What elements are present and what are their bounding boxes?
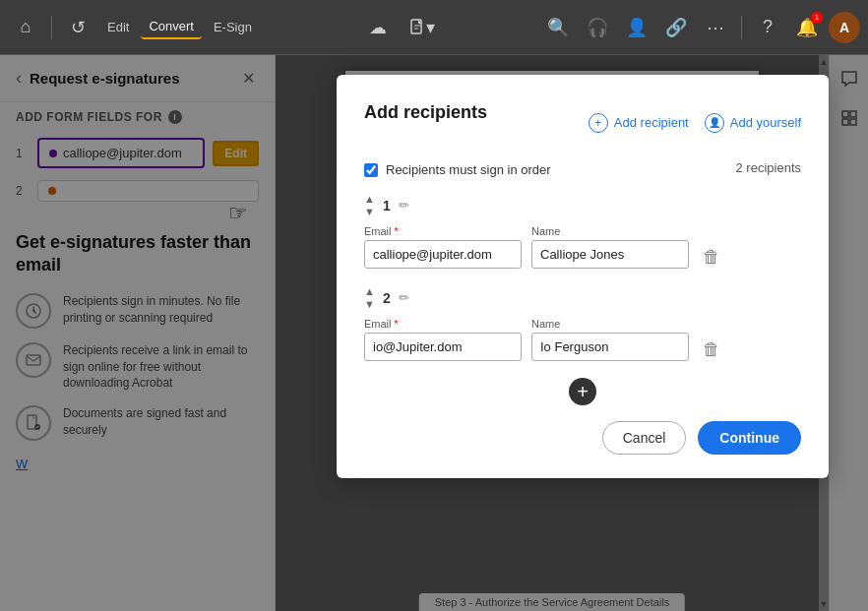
divider-2: [741, 16, 742, 39]
toolbar: ⌂ ↺ Edit Convert E-Sign ☁ ▾ 🔍 🎧 👤 🔗 ⋯ ? …: [0, 0, 868, 55]
cancel-button[interactable]: Cancel: [602, 421, 687, 455]
file-button[interactable]: ▾: [403, 10, 439, 45]
convert-menu[interactable]: Convert: [141, 15, 202, 39]
add-recipient-button[interactable]: + Add recipient: [589, 109, 689, 137]
recipients-row-header: Recipients must sign in order 2 recipien…: [364, 160, 801, 187]
re-num-2: 2: [383, 290, 391, 306]
recipient-entry-2: ▲ ▼ 2 ✏ Email * Name: [364, 285, 801, 364]
re-fields-2: Email * Name 🗑: [364, 318, 801, 364]
modal-dialog: Add recipients + Add recipient 👤 Add you…: [337, 75, 829, 478]
add-recipient-icon: +: [589, 113, 608, 133]
re-email-label-2: Email *: [364, 318, 522, 330]
esign-menu[interactable]: E-Sign: [206, 16, 260, 38]
re-name-group-2: Name: [531, 318, 689, 361]
re-num-1: 1: [383, 198, 391, 214]
recipient-entry-1: ▲ ▼ 1 ✏ Email * Name: [364, 193, 801, 272]
main-area: ‹ Request e-signatures ✕ ADD FORM FIELDS…: [0, 55, 868, 611]
add-recipient-label: Add recipient: [614, 115, 689, 130]
add-more-circle: +: [569, 378, 596, 405]
sign-order-label: Recipients must sign in order: [386, 162, 551, 177]
notification-area: 🔔 1: [789, 10, 825, 45]
re-email-label-1: Email *: [364, 225, 522, 237]
re-delete-1[interactable]: 🗑: [699, 243, 724, 272]
re-pen-1[interactable]: ✏: [399, 198, 409, 213]
home-button[interactable]: ⌂: [8, 10, 43, 45]
re-email-input-1[interactable]: [364, 240, 522, 269]
re-name-input-2[interactable]: [531, 333, 689, 361]
re-arrows-2[interactable]: ▲ ▼: [364, 285, 375, 310]
headset-button[interactable]: 🎧: [580, 10, 615, 45]
re-name-label-1: Name: [531, 225, 689, 237]
re-email-group-2: Email *: [364, 318, 522, 361]
re-name-group-1: Name: [531, 225, 689, 269]
toolbar-right: 🔍 🎧 👤 🔗 ⋯ ? 🔔 1 A: [540, 10, 860, 45]
re-email-group-1: Email *: [364, 225, 522, 269]
more-button[interactable]: ⋯: [698, 10, 733, 45]
re-pen-2[interactable]: ✏: [399, 290, 409, 305]
recipient-entry-header-2: ▲ ▼ 2 ✏: [364, 285, 801, 310]
cloud-button[interactable]: ☁: [360, 10, 396, 45]
sign-order-row: Recipients must sign in order: [364, 162, 551, 177]
sign-order-checkbox[interactable]: [364, 163, 378, 177]
notification-badge: 1: [811, 12, 823, 24]
edit-menu[interactable]: Edit: [99, 16, 137, 38]
recipient-entry-header-1: ▲ ▼ 1 ✏: [364, 193, 801, 217]
modal-header-actions: + Add recipient 👤 Add yourself: [589, 109, 801, 137]
toolbar-center: ☁ ▾: [264, 10, 536, 45]
re-fields-1: Email * Name 🗑: [364, 225, 801, 272]
re-delete-2[interactable]: 🗑: [699, 336, 724, 364]
modal-footer: Cancel Continue: [364, 421, 801, 455]
add-yourself-button[interactable]: 👤 Add yourself: [705, 109, 801, 137]
add-yourself-icon: 👤: [705, 113, 724, 133]
avatar-button[interactable]: A: [829, 12, 860, 43]
divider-1: [51, 16, 52, 39]
re-email-input-2[interactable]: [364, 333, 522, 361]
search-button[interactable]: 🔍: [540, 10, 576, 45]
re-arrows-1[interactable]: ▲ ▼: [364, 193, 375, 217]
back-button[interactable]: ↺: [60, 10, 95, 45]
modal-overlay: Add recipients + Add recipient 👤 Add you…: [0, 55, 868, 611]
re-required-1: *: [392, 225, 399, 237]
re-required-2: *: [392, 318, 399, 330]
continue-button[interactable]: Continue: [698, 421, 801, 455]
link-button[interactable]: 🔗: [658, 10, 694, 45]
person-button[interactable]: 👤: [619, 10, 654, 45]
modal-title: Add recipients: [364, 102, 487, 123]
re-name-input-1[interactable]: [531, 240, 689, 269]
re-name-label-2: Name: [531, 318, 689, 330]
add-yourself-label: Add yourself: [730, 115, 801, 130]
recipients-count: 2 recipients: [736, 160, 801, 175]
help-button[interactable]: ?: [750, 10, 785, 45]
modal-title-row: Add recipients + Add recipient 👤 Add you…: [364, 102, 801, 143]
add-more-button[interactable]: +: [569, 378, 596, 405]
